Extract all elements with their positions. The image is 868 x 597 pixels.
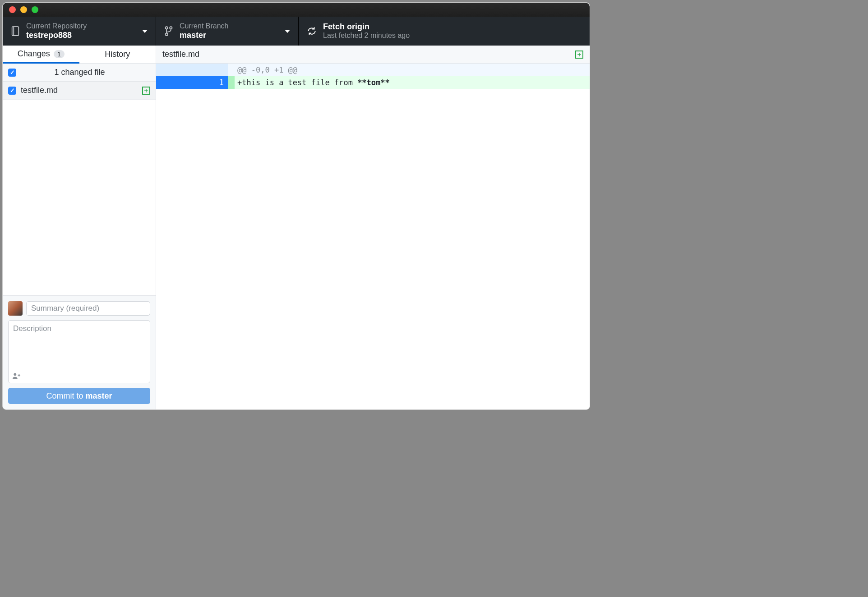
file-name: testfile.md (21, 86, 58, 95)
repo-switcher[interactable]: Current Repository testrepo888 (3, 17, 156, 46)
sidebar-tabs: Changes 1 History (3, 46, 156, 64)
window-minimize-button[interactable] (20, 6, 27, 13)
diff-body: @@ -0,0 +1 @@1+this is a test file from … (156, 64, 590, 409)
fetch-subtext: Last fetched 2 minutes ago (323, 32, 410, 40)
diff-marker (228, 76, 235, 89)
window-maximize-button[interactable] (32, 6, 38, 13)
tab-history-label: History (105, 50, 130, 59)
tab-changes-label: Changes (18, 49, 50, 59)
window-titlebar (3, 3, 590, 17)
fetch-text: Fetch origin Last fetched 2 minutes ago (323, 22, 410, 40)
diff-code: +this is a test file from **tom** (235, 76, 590, 89)
file-list: ✓ testfile.md + (3, 82, 156, 295)
svg-rect-7 (18, 374, 19, 376)
diff-code: @@ -0,0 +1 @@ (235, 64, 590, 76)
diff-header: testfile.md + (156, 46, 590, 64)
file-row[interactable]: ✓ testfile.md + (3, 82, 156, 100)
branch-switcher-text: Current Branch master (180, 22, 229, 40)
changes-header-text: 1 changed file (21, 68, 150, 77)
repo-switcher-label: Current Repository (26, 22, 87, 30)
top-toolbar: Current Repository testrepo888 Current B… (3, 17, 590, 46)
svg-point-2 (166, 27, 168, 29)
tab-changes[interactable]: Changes 1 (3, 46, 79, 64)
repo-switcher-value: testrepo888 (26, 31, 87, 40)
avatar (8, 301, 23, 316)
commit-button-prefix: Commit to (46, 391, 85, 400)
svg-point-5 (14, 373, 16, 376)
diff-file-status-added-icon: + (575, 51, 583, 59)
commit-description-box (8, 320, 150, 383)
diff-marker (228, 64, 235, 76)
app-window: Current Repository testrepo888 Current B… (2, 2, 590, 410)
diff-gutter-old (156, 64, 192, 76)
repo-switcher-text: Current Repository testrepo888 (26, 22, 87, 40)
diff-line-row[interactable]: 1+this is a test file from **tom** (156, 76, 590, 89)
repo-icon (11, 26, 20, 36)
diff-hunk-row[interactable]: @@ -0,0 +1 @@ (156, 64, 590, 76)
file-status-added-icon: + (142, 87, 150, 95)
chevron-down-icon (285, 30, 290, 33)
branch-switcher-value: master (180, 31, 229, 40)
branch-switcher-label: Current Branch (180, 22, 229, 30)
sync-icon (307, 26, 317, 36)
branch-switcher[interactable]: Current Branch master (156, 17, 299, 46)
chevron-down-icon (142, 30, 148, 33)
diff-panel: testfile.md + @@ -0,0 +1 @@1+this is a t… (156, 46, 590, 409)
svg-point-4 (166, 33, 168, 36)
sidebar: Changes 1 History ✓ 1 changed file ✓ tes… (3, 46, 156, 409)
file-checkbox[interactable]: ✓ (8, 87, 16, 95)
tab-history[interactable]: History (79, 46, 156, 64)
commit-button[interactable]: Commit to master (8, 388, 150, 404)
commit-description-input[interactable] (9, 321, 150, 370)
diff-gutter-new (192, 64, 228, 76)
commit-form: Commit to master (3, 295, 156, 409)
svg-point-3 (170, 27, 172, 29)
diff-filename: testfile.md (162, 50, 199, 59)
svg-rect-0 (12, 27, 19, 36)
body: Changes 1 History ✓ 1 changed file ✓ tes… (3, 46, 590, 409)
select-all-checkbox[interactable]: ✓ (8, 69, 16, 77)
add-coauthor-icon[interactable] (9, 370, 150, 383)
diff-gutter-new: 1 (192, 76, 228, 89)
window-close-button[interactable] (9, 6, 16, 13)
commit-button-branch: master (85, 391, 112, 400)
fetch-button[interactable]: Fetch origin Last fetched 2 minutes ago (299, 17, 441, 46)
tab-changes-badge: 1 (54, 50, 65, 58)
branch-icon (164, 26, 173, 37)
diff-gutter-old (156, 76, 192, 89)
commit-summary-input[interactable] (26, 301, 150, 316)
changes-header: ✓ 1 changed file (3, 64, 156, 82)
fetch-label: Fetch origin (323, 22, 410, 32)
